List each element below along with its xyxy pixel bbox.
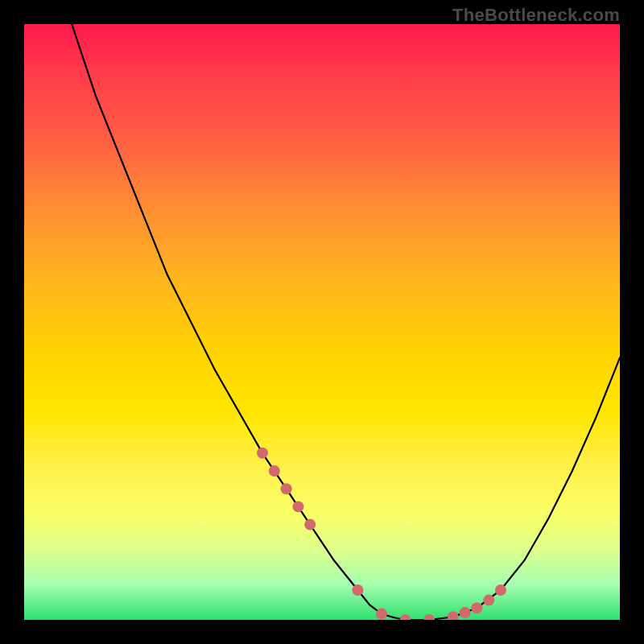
watermark: TheBottleneck.com: [452, 5, 620, 26]
bottleneck-curve: [24, 24, 620, 620]
curve-layer: [24, 24, 620, 620]
curve-dot: [423, 614, 435, 620]
curve-dot: [257, 448, 268, 459]
curve-dot: [400, 614, 411, 620]
curve-dot: [471, 602, 482, 613]
curve-dot: [304, 519, 316, 530]
curve-dot: [292, 501, 303, 512]
curve-dot: [269, 465, 280, 477]
curve-dot: [483, 595, 494, 606]
curve-dots: [257, 448, 506, 620]
curve-dot: [376, 609, 387, 620]
curve-dot: [281, 483, 292, 494]
curve-dot: [495, 584, 506, 596]
curve-dot: [448, 611, 459, 620]
chart-frame: TheBottleneck.com: [0, 0, 644, 644]
curve-dot: [460, 607, 471, 618]
curve-dot: [352, 584, 363, 596]
